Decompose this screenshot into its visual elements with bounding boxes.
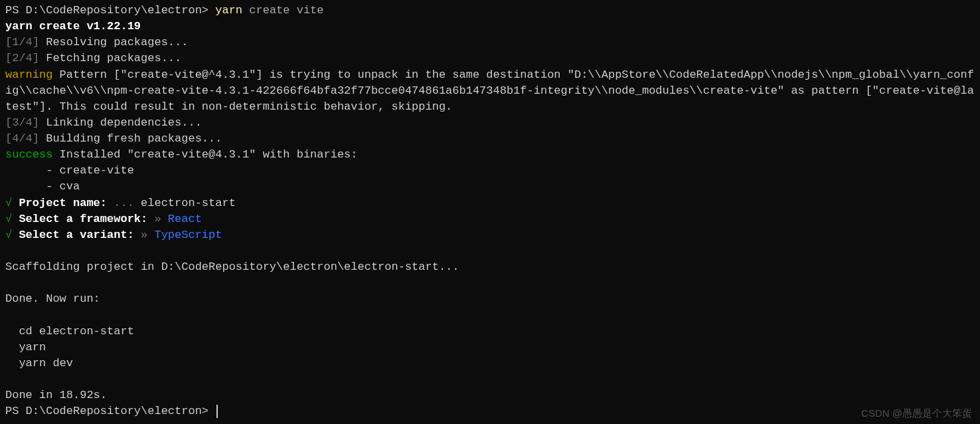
step-text: Resolving packages... bbox=[39, 36, 188, 49]
prompt-question: Select a variant: bbox=[12, 229, 141, 241]
step-text: Linking dependencies... bbox=[39, 116, 202, 129]
binary-item: - cva bbox=[5, 180, 80, 193]
prompt-question: Select a framework: bbox=[12, 213, 154, 225]
yarn-version: yarn create v1.22.19 bbox=[5, 20, 141, 33]
prompt-path: PS D:\CodeRepository\electron> bbox=[5, 405, 215, 417]
command-args: create vite bbox=[242, 4, 323, 17]
prompt-question: Project name: bbox=[12, 197, 114, 209]
run-command: cd electron-start bbox=[5, 325, 134, 338]
check-icon: √ bbox=[5, 229, 12, 241]
check-icon: √ bbox=[5, 197, 12, 209]
command-keyword: yarn bbox=[215, 4, 242, 17]
watermark: CSDN @愚愚是个大笨蛋 bbox=[861, 406, 972, 420]
variant-answer: TypeScript bbox=[147, 229, 222, 241]
success-label: success bbox=[5, 148, 52, 161]
run-command: yarn bbox=[5, 341, 46, 354]
arrow-icon: » bbox=[141, 229, 147, 241]
framework-answer: React bbox=[161, 213, 202, 225]
step-text: Building fresh packages... bbox=[39, 132, 222, 145]
step-num: [3/4] bbox=[5, 116, 39, 129]
arrow-icon: » bbox=[154, 213, 161, 225]
cursor-icon bbox=[216, 405, 218, 418]
binary-item: - create-vite bbox=[5, 164, 134, 177]
project-name-answer: electron-start bbox=[134, 197, 236, 209]
step-num: [4/4] bbox=[5, 132, 39, 145]
run-command: yarn dev bbox=[5, 357, 73, 370]
done-time: Done in 18.92s. bbox=[5, 389, 107, 401]
step-text: Fetching packages... bbox=[39, 52, 181, 64]
warning-label: warning bbox=[5, 68, 52, 81]
ellipsis: ... bbox=[114, 197, 134, 209]
step-num: [2/4] bbox=[5, 52, 39, 64]
success-text: Installed "create-vite@4.3.1" with binar… bbox=[52, 148, 357, 161]
scaffolding-text: Scaffolding project in D:\CodeRepository… bbox=[5, 261, 459, 273]
step-num: [1/4] bbox=[5, 36, 39, 49]
prompt-path: PS D:\CodeRepository\electron> bbox=[5, 4, 215, 17]
done-label: Done. Now run: bbox=[5, 292, 100, 305]
warning-text: Pattern ["create-vite@^4.3.1"] is trying… bbox=[5, 68, 974, 113]
check-icon: √ bbox=[5, 213, 12, 225]
terminal-output[interactable]: PS D:\CodeRepository\electron> yarn crea… bbox=[5, 3, 975, 419]
